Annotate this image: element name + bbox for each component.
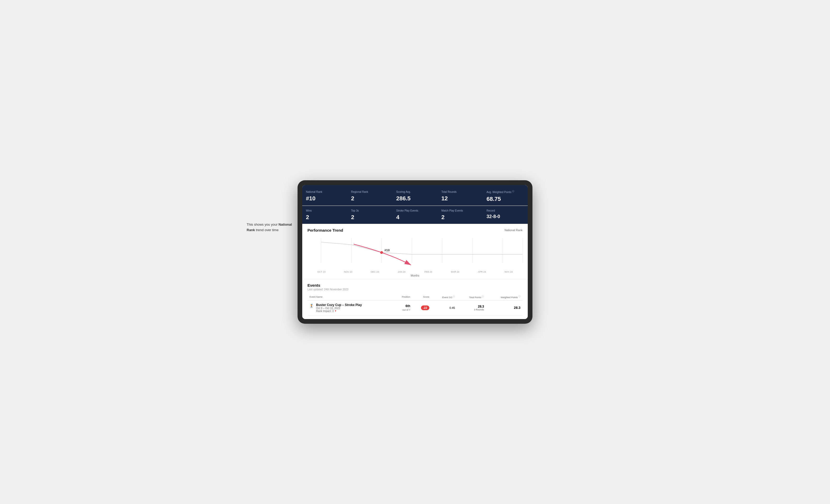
stat-avg-weighted: Avg. Weighted Points ⓘ 68.75: [483, 187, 528, 205]
stat-record: Record 32-8-0: [483, 206, 528, 224]
weighted-points-cell: 28.3: [486, 300, 522, 315]
chart-axis-label: Months: [308, 274, 522, 277]
annotation-part1: This shows you your: [247, 223, 279, 227]
event-sg-info-icon: ⓘ: [453, 295, 455, 298]
stat-scoring-avg-label: Scoring Avg.: [396, 190, 434, 194]
total-points-rounds: 3 Rounds: [459, 308, 484, 311]
col-event-name: Event Name: [308, 294, 393, 301]
chart-x-labels: OCT 23 NOV 23 DEC 23 JAN 24 FEB 24 MAR 2…: [308, 271, 522, 273]
total-points-cell: 28.3 3 Rounds: [457, 300, 486, 315]
x-label-mar24: MAR 24: [442, 271, 469, 273]
tablet-frame: National Rank #10 Regional Rank 2 Scorin…: [297, 180, 533, 324]
stat-wins-label: Wins: [306, 209, 344, 212]
stat-scoring-avg-value: 286.5: [396, 195, 434, 202]
x-label-apr24: APR 24: [469, 271, 496, 273]
x-label-oct23: OCT 23: [308, 271, 335, 273]
weighted-points-value: 28.3: [514, 306, 520, 310]
position-cell: 6thout of 7: [393, 300, 412, 315]
stats-row1: National Rank #10 Regional Rank 2 Scorin…: [302, 187, 528, 205]
weighted-points-info-icon: ⓘ: [518, 295, 520, 298]
stat-stroke-play-label: Stroke Play Events: [396, 209, 434, 212]
stat-record-label: Record: [486, 209, 524, 212]
stat-regional-rank-label: Regional Rank: [351, 190, 389, 194]
stat-total-rounds-value: 12: [441, 195, 479, 202]
event-name-wrapper: 🏌️ Buster Cozy Cup – Stroke Play Oct 9 –…: [310, 303, 391, 312]
stat-regional-rank-value: 2: [351, 195, 389, 202]
score-cell: -22: [412, 300, 432, 315]
stat-stroke-play-value: 4: [396, 214, 434, 221]
tablet-screen: National Rank #10 Regional Rank 2 Scorin…: [302, 185, 528, 319]
position-value: 6thout of 7: [395, 304, 410, 311]
event-sg-value: 0.45: [449, 306, 455, 309]
stats-row2: Wins 2 Top 3s 2 Stroke Play Events 4 Mat…: [302, 206, 528, 224]
stat-match-play-value: 2: [441, 214, 479, 221]
stat-avg-weighted-value: 68.75: [486, 196, 524, 202]
stat-total-rounds-label: Total Rounds: [441, 190, 479, 194]
stat-national-rank-value: #10: [306, 195, 344, 202]
performance-section: Performance Trend National Rank: [302, 224, 528, 279]
top-bar: [302, 185, 528, 187]
stat-wins: Wins 2: [302, 206, 347, 224]
stat-regional-rank: Regional Rank 2: [347, 187, 392, 205]
col-weighted-points: Weighted Points ⓘ: [486, 294, 522, 301]
stat-stroke-play: Stroke Play Events 4: [392, 206, 438, 224]
event-name: Buster Cozy Cup – Stroke Play: [316, 303, 362, 307]
rank-impact: Rank Impact: 3 ▼: [316, 310, 362, 312]
event-name-cell: 🏌️ Buster Cozy Cup – Stroke Play Oct 9 –…: [308, 300, 393, 315]
total-points-value: 28.3: [459, 305, 484, 308]
position-of: out of 7: [403, 309, 410, 311]
events-subtitle: Last updated: 24th November 2023: [308, 288, 522, 291]
total-points-info-icon: ⓘ: [482, 295, 484, 298]
x-label-nov23: NOV 23: [335, 271, 362, 273]
perf-label: National Rank: [505, 229, 522, 232]
stat-national-rank-label: National Rank: [306, 190, 344, 194]
performance-chart: #10: [308, 236, 522, 269]
stat-top3s-value: 2: [351, 214, 389, 221]
x-label-may24: MAY 24: [496, 271, 522, 273]
rank-impact-arrow-icon: ▼: [334, 310, 337, 312]
stat-wins-value: 2: [306, 214, 344, 221]
col-total-points: Total Points ⓘ: [457, 294, 486, 301]
col-position: Position: [393, 294, 412, 301]
stat-avg-weighted-label: Avg. Weighted Points ⓘ: [486, 190, 524, 194]
col-score: Score: [412, 294, 432, 301]
stat-record-value: 32-8-0: [486, 214, 524, 220]
stat-scoring-avg: Scoring Avg. 286.5: [392, 187, 438, 205]
stat-match-play-label: Match Play Events: [441, 209, 479, 212]
annotation-text: This shows you your National Rank trend …: [247, 222, 295, 233]
stat-national-rank: National Rank #10: [302, 187, 347, 205]
chart-container: #10: [308, 236, 522, 269]
current-rank-label: #10: [384, 248, 390, 252]
x-label-jan24: JAN 24: [388, 271, 415, 273]
event-details: Buster Cozy Cup – Stroke Play Oct 9 – Oc…: [316, 303, 362, 312]
stat-top3s: Top 3s 2: [347, 206, 392, 224]
info-icon: ⓘ: [512, 190, 514, 193]
events-table: Event Name Position Score Event SG ⓘ Tot…: [308, 294, 522, 315]
x-label-dec23: DEC 23: [361, 271, 388, 273]
annotation-part2: trend over time: [255, 228, 279, 232]
events-title: Events: [308, 283, 522, 288]
content-area: National Rank #10 Regional Rank 2 Scorin…: [302, 187, 528, 319]
current-rank-dot: [380, 251, 383, 254]
event-sg-cell: 0.45: [432, 300, 457, 315]
annotation: This shows you your National Rank trend …: [247, 222, 295, 233]
score-badge: -22: [421, 305, 429, 310]
perf-title: Performance Trend: [308, 228, 343, 232]
stat-match-play: Match Play Events 2: [438, 206, 483, 224]
events-table-header: Event Name Position Score Event SG ⓘ Tot…: [308, 294, 522, 301]
stat-total-rounds: Total Rounds 12: [438, 187, 483, 205]
event-date: Oct 9 – Oct 10, 2023: [316, 307, 362, 310]
events-section: Events Last updated: 24th November 2023 …: [302, 279, 528, 319]
event-golf-icon: 🏌️: [310, 304, 314, 308]
table-row: 🏌️ Buster Cozy Cup – Stroke Play Oct 9 –…: [308, 300, 522, 315]
stat-top3s-label: Top 3s: [351, 209, 389, 212]
x-label-feb24: FEB 24: [415, 271, 442, 273]
perf-header: Performance Trend National Rank: [308, 228, 522, 232]
col-event-sg: Event SG ⓘ: [432, 294, 457, 301]
